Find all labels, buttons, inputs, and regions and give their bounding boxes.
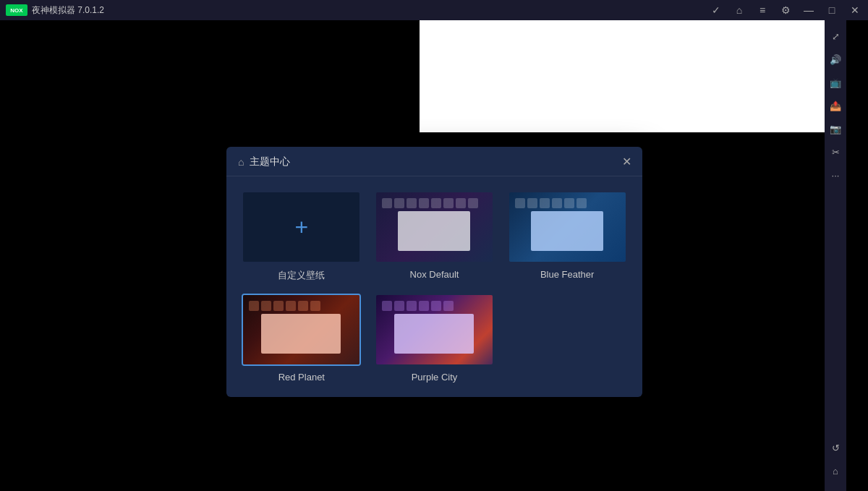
dot-2	[394, 198, 404, 208]
checkmark-icon[interactable]: ✓	[706, 0, 726, 20]
red-dots-grid	[249, 301, 354, 311]
nox-logo-icon: NOX	[6, 4, 27, 16]
nox-dialog-mock	[398, 211, 470, 251]
custom-wallpaper-thumb: +	[243, 192, 359, 262]
theme-label-blue-feather: Blue Feather	[540, 269, 594, 280]
titlebar: NOX 夜神模拟器 7.0.1.2 ✓ ⌂ ≡ ⚙ — □ ✕	[0, 0, 868, 20]
theme-thumb-purple-city	[375, 294, 494, 366]
theme-thumb-custom: +	[242, 191, 361, 263]
theme-thumb-blue-feather	[508, 191, 627, 263]
rdot-6	[310, 301, 320, 311]
blue-feather-thumb	[509, 192, 626, 262]
purple-dots-grid	[382, 301, 487, 311]
pdot-4	[419, 301, 429, 311]
back-icon[interactable]: ↺	[825, 437, 846, 458]
theme-thumb-nox-default	[375, 191, 494, 263]
bdot-3	[540, 198, 550, 208]
dot-5	[431, 198, 441, 208]
bdot-1	[515, 198, 525, 208]
theme-thumb-red-planet	[242, 294, 361, 366]
theme-item-purple-city[interactable]: Purple City	[374, 294, 495, 383]
dialog-header: ⌂ 主题中心 ✕	[226, 147, 642, 176]
dialog-close-button[interactable]: ✕	[618, 153, 635, 170]
pdot-1	[382, 301, 392, 311]
main-area: ⤢ 🔊 📺 📤 📷 ✂ ··· ↺ ⌂ ⌂ 主题中心 ✕ + 自定义壁	[0, 20, 846, 491]
rdot-4	[286, 301, 296, 311]
pdot-2	[394, 301, 404, 311]
rdot-2	[261, 301, 271, 311]
theme-label-purple-city: Purple City	[412, 372, 458, 383]
theme-grid: + 自定义壁纸	[226, 176, 642, 397]
expand-icon[interactable]: ⤢	[825, 26, 846, 46]
app-title: 夜神模拟器 7.0.1.2	[32, 4, 104, 17]
pdot-5	[431, 301, 441, 311]
menu-icon[interactable]: ≡	[752, 0, 773, 20]
close-button[interactable]: ✕	[845, 0, 865, 20]
dot-1	[382, 198, 392, 208]
home-sidebar-icon[interactable]: ⌂	[825, 461, 846, 481]
volume-icon[interactable]: 🔊	[825, 49, 846, 69]
rdot-1	[249, 301, 259, 311]
rdot-5	[298, 301, 308, 311]
bdot-6	[576, 198, 587, 208]
home-icon[interactable]: ⌂	[729, 0, 749, 20]
dialog-title: 主题中心	[250, 155, 290, 168]
pdot-3	[407, 301, 417, 311]
theme-dialog: ⌂ 主题中心 ✕ + 自定义壁纸	[226, 147, 642, 397]
purple-dialog-mock	[394, 314, 474, 354]
pdot-6	[443, 301, 454, 311]
camera-icon[interactable]: 📷	[825, 119, 846, 139]
purple-city-thumb	[376, 295, 493, 364]
theme-item-blue-feather[interactable]: Blue Feather	[506, 191, 628, 282]
settings-icon[interactable]: ⚙	[775, 0, 796, 20]
share-icon[interactable]: 📤	[825, 95, 846, 116]
dot-3	[407, 198, 417, 208]
theme-item-red-planet[interactable]: Red Planet	[241, 294, 362, 383]
dot-4	[419, 198, 429, 208]
nox-default-thumb	[376, 192, 493, 262]
more-icon[interactable]: ···	[825, 165, 846, 185]
bdot-2	[527, 198, 537, 208]
bdot-5	[564, 198, 574, 208]
dot-8	[468, 198, 478, 208]
plus-icon: +	[294, 214, 308, 241]
dot-7	[456, 198, 466, 208]
nox-dots-grid	[382, 198, 487, 208]
rdot-3	[273, 301, 284, 311]
theme-item-nox-default[interactable]: Nox Default	[374, 191, 495, 282]
theme-item-custom[interactable]: + 自定义壁纸	[241, 191, 362, 282]
dot-6	[443, 198, 454, 208]
maximize-button[interactable]: □	[822, 0, 842, 20]
content-area	[420, 20, 846, 132]
screen-icon[interactable]: 📺	[825, 72, 846, 93]
blue-dialog-mock	[531, 211, 603, 251]
theme-icon: ⌂	[238, 156, 244, 168]
red-planet-thumb	[243, 295, 359, 364]
blue-dots-grid	[515, 198, 620, 208]
cut-icon[interactable]: ✂	[825, 142, 846, 162]
theme-label-nox-default: Nox Default	[410, 269, 459, 280]
minimize-button[interactable]: —	[799, 0, 819, 20]
window-controls: ✓ ⌂ ≡ ⚙ — □ ✕	[706, 0, 868, 20]
app-logo: NOX 夜神模拟器 7.0.1.2	[0, 4, 110, 17]
theme-label-custom: 自定义壁纸	[278, 269, 325, 282]
theme-label-red-planet: Red Planet	[278, 372, 325, 383]
bdot-4	[552, 198, 562, 208]
right-sidebar: ⤢ 🔊 📺 📤 📷 ✂ ··· ↺ ⌂	[825, 20, 846, 491]
red-dialog-mock	[261, 314, 341, 354]
